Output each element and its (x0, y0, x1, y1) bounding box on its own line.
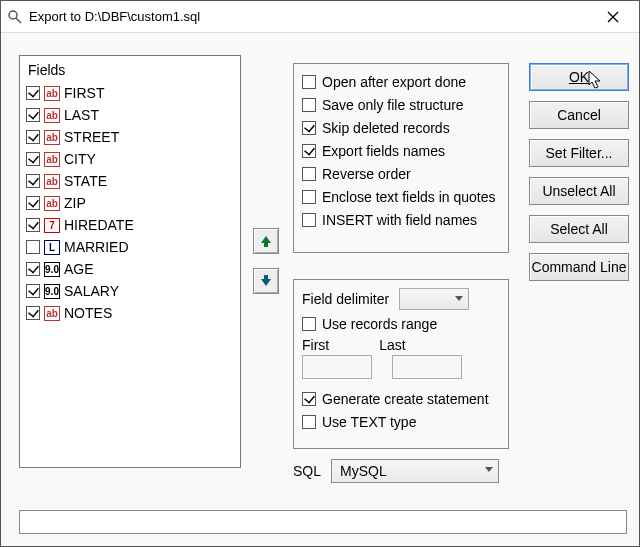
sql-value: MySQL (340, 463, 387, 479)
chevron-down-icon (485, 467, 493, 472)
option-checkbox[interactable] (302, 167, 316, 181)
export-dialog: Export to D:\DBF\custom1.sql Fields abFI… (0, 0, 640, 547)
field-row[interactable]: abSTATE (26, 170, 234, 192)
generate-create-checkbox[interactable] (302, 392, 316, 406)
option-label: INSERT with field names (322, 212, 477, 228)
last-label: Last (379, 337, 405, 353)
datatype-icon: ab (44, 174, 60, 189)
field-row[interactable]: 7HIREDATE (26, 214, 234, 236)
option-row: Save only file structure (302, 93, 500, 116)
option-row: Reverse order (302, 162, 500, 185)
move-up-button[interactable] (253, 228, 279, 254)
cursor-icon (588, 70, 606, 92)
field-row[interactable]: 9.0AGE (26, 258, 234, 280)
option-row: Skip deleted records (302, 116, 500, 139)
option-label: Save only file structure (322, 97, 464, 113)
field-row[interactable]: abNOTES (26, 302, 234, 324)
datatype-icon: 9.0 (44, 284, 60, 299)
window-title: Export to D:\DBF\custom1.sql (29, 9, 593, 24)
field-row[interactable]: abFIRST (26, 82, 234, 104)
unselect-all-button[interactable]: Unselect All (529, 177, 629, 205)
field-name-label: MARRIED (64, 239, 129, 255)
option-label: Open after export done (322, 74, 466, 90)
field-checkbox[interactable] (26, 152, 40, 166)
generate-create-label: Generate create statement (322, 391, 489, 407)
field-checkbox[interactable] (26, 196, 40, 210)
field-checkbox[interactable] (26, 130, 40, 144)
datatype-icon: 7 (44, 218, 60, 233)
app-icon (7, 9, 23, 25)
field-row[interactable]: abCITY (26, 148, 234, 170)
datatype-icon: ab (44, 130, 60, 145)
option-row: Open after export done (302, 70, 500, 93)
field-checkbox[interactable] (26, 86, 40, 100)
option-checkbox[interactable] (302, 98, 316, 112)
ok-button[interactable]: OK (529, 63, 629, 91)
field-checkbox[interactable] (26, 240, 40, 254)
field-checkbox[interactable] (26, 108, 40, 122)
option-label: Export fields names (322, 143, 445, 159)
field-name-label: FIRST (64, 85, 104, 101)
option-checkbox[interactable] (302, 213, 316, 227)
first-input[interactable] (302, 355, 372, 379)
svg-marker-4 (261, 236, 271, 247)
option-label: Enclose text fields in quotes (322, 189, 496, 205)
option-row: INSERT with field names (302, 208, 500, 231)
option-checkbox[interactable] (302, 190, 316, 204)
first-label: First (302, 337, 329, 353)
command-line-button[interactable]: Command Line (529, 253, 629, 281)
field-name-label: SALARY (64, 283, 119, 299)
set-filter-button[interactable]: Set Filter... (529, 139, 629, 167)
option-row: Enclose text fields in quotes (302, 185, 500, 208)
datatype-icon: ab (44, 152, 60, 167)
option-checkbox[interactable] (302, 121, 316, 135)
status-input[interactable] (19, 510, 627, 534)
datatype-icon: 9.0 (44, 262, 60, 277)
field-row[interactable]: 9.0SALARY (26, 280, 234, 302)
field-name-label: STREET (64, 129, 119, 145)
close-button[interactable] (593, 3, 633, 31)
field-row[interactable]: abZIP (26, 192, 234, 214)
field-checkbox[interactable] (26, 284, 40, 298)
field-delimiter-label: Field delimiter (302, 291, 389, 307)
datatype-icon: ab (44, 306, 60, 321)
sql-combo[interactable]: MySQL (331, 459, 499, 483)
svg-point-0 (9, 11, 17, 19)
field-name-label: STATE (64, 173, 107, 189)
cancel-button[interactable]: Cancel (529, 101, 629, 129)
field-name-label: AGE (64, 261, 94, 277)
svg-marker-5 (261, 275, 271, 286)
field-row[interactable]: abSTREET (26, 126, 234, 148)
option-label: Reverse order (322, 166, 411, 182)
client-area: Fields abFIRSTabLASTabSTREETabCITYabSTAT… (1, 33, 639, 546)
field-checkbox[interactable] (26, 262, 40, 276)
field-name-label: CITY (64, 151, 96, 167)
field-row[interactable]: abLAST (26, 104, 234, 126)
field-checkbox[interactable] (26, 218, 40, 232)
field-checkbox[interactable] (26, 306, 40, 320)
move-down-button[interactable] (253, 268, 279, 294)
datatype-icon: ab (44, 196, 60, 211)
use-records-range-label: Use records range (322, 316, 437, 332)
option-checkbox[interactable] (302, 75, 316, 89)
use-text-type-checkbox[interactable] (302, 415, 316, 429)
field-delimiter-combo[interactable] (399, 288, 469, 310)
datatype-icon: ab (44, 86, 60, 101)
button-column: OK Cancel Set Filter... Unselect All Sel… (529, 63, 629, 281)
svg-line-1 (16, 18, 21, 23)
field-row[interactable]: LMARRIED (26, 236, 234, 258)
field-name-label: NOTES (64, 305, 112, 321)
option-checkbox[interactable] (302, 144, 316, 158)
use-records-range-checkbox[interactable] (302, 317, 316, 331)
field-name-label: HIREDATE (64, 217, 134, 233)
fields-title: Fields (28, 62, 234, 78)
field-name-label: LAST (64, 107, 99, 123)
title-bar: Export to D:\DBF\custom1.sql (1, 1, 639, 33)
field-checkbox[interactable] (26, 174, 40, 188)
select-all-button[interactable]: Select All (529, 215, 629, 243)
fields-group: Fields abFIRSTabLASTabSTREETabCITYabSTAT… (19, 55, 241, 468)
last-input[interactable] (392, 355, 462, 379)
export-options-group: Open after export doneSave only file str… (293, 63, 509, 253)
datatype-icon: ab (44, 108, 60, 123)
ok-label: OK (569, 69, 589, 85)
